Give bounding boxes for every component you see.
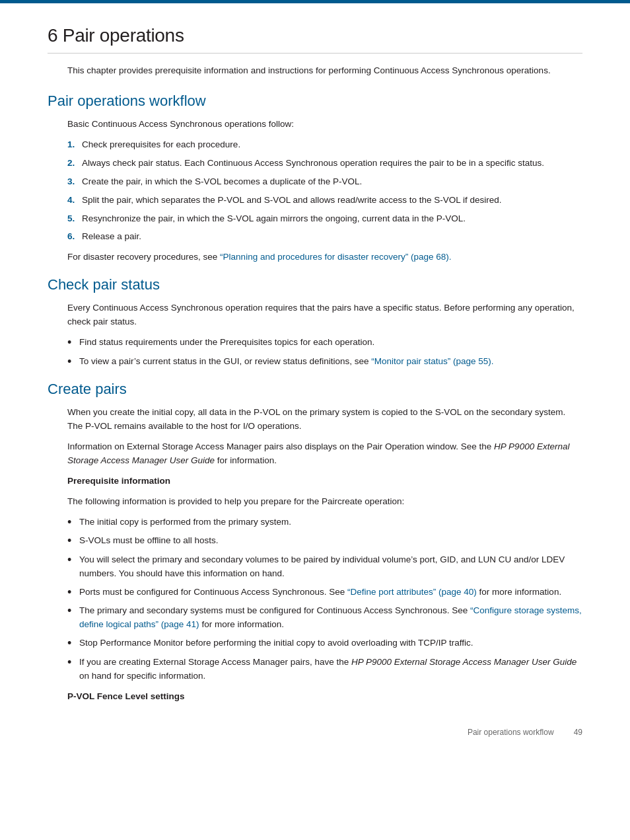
section-title-create: Create pairs xyxy=(48,381,582,398)
prereq-bullet-7-text: If you are creating External Storage Acc… xyxy=(79,656,582,683)
workflow-item-6: 6. Release a pair. xyxy=(67,230,582,244)
section-title-workflow: Pair operations workflow xyxy=(48,93,582,110)
section-body-workflow: Basic Continuous Access Synchronous oper… xyxy=(67,118,582,264)
workflow-item-1-text: Check prerequisites for each procedure. xyxy=(82,138,582,152)
prereq-bullet-6-text: Stop Performance Monitor before performi… xyxy=(79,636,582,651)
prereq-bullet-5-after: for more information. xyxy=(199,619,284,629)
prereq-bullet-icon-1: • xyxy=(67,515,79,530)
footer: Pair operations workflow 49 xyxy=(48,728,582,737)
check-bullet-2-pre: To view a pair’s current status in the G… xyxy=(79,356,371,366)
section-body-create: When you create the initial copy, all da… xyxy=(67,406,582,703)
bullet-icon-2: • xyxy=(67,355,79,369)
define-port-link[interactable]: “Define port attributes” (page 40) xyxy=(347,587,477,597)
workflow-item-1: 1. Check prerequisites for each procedur… xyxy=(67,138,582,152)
prereq-bullet-1: • The initial copy is performed from the… xyxy=(67,515,582,530)
workflow-item-2-num: 2. xyxy=(67,157,82,171)
workflow-item-2-text: Always check pair status. Each Continuou… xyxy=(82,157,582,171)
check-bullet-2-text: To view a pair’s current status in the G… xyxy=(79,355,582,369)
workflow-intro: Basic Continuous Access Synchronous oper… xyxy=(67,118,582,132)
workflow-item-4: 4. Split the pair, which separates the P… xyxy=(67,194,582,208)
prereq-bullet-icon-2: • xyxy=(67,534,79,549)
section-body-check: Every Continuous Access Synchronous oper… xyxy=(67,301,582,369)
prereq-bullet-3-text: You will select the primary and secondar… xyxy=(79,553,582,581)
prereq-bullet-4-pre: Ports must be configured for Continuous … xyxy=(79,587,347,597)
workflow-ordered-list: 1. Check prerequisites for each procedur… xyxy=(67,138,582,245)
prereq-bullet-list: • The initial copy is performed from the… xyxy=(67,515,582,683)
prereq-bullet-icon-6: • xyxy=(67,636,79,651)
prereq-bullet-3: • You will select the primary and second… xyxy=(67,553,582,581)
check-bullet-1: • Find status requirements under the Pre… xyxy=(67,336,582,350)
workflow-footer: For disaster recovery procedures, see “P… xyxy=(67,250,582,264)
workflow-item-5: 5. Resynchronize the pair, in which the … xyxy=(67,212,582,226)
section-create-pairs: Create pairs When you create the initial… xyxy=(48,381,582,703)
bullet-icon-1: • xyxy=(67,336,79,350)
workflow-item-5-num: 5. xyxy=(67,212,82,226)
prereq-bullet-4-after: for more information. xyxy=(477,587,561,597)
page: 6 Pair operations This chapter provides … xyxy=(0,0,630,755)
workflow-item-6-text: Release a pair. xyxy=(82,230,582,244)
prereq-bullet-4: • Ports must be configured for Continuou… xyxy=(67,586,582,600)
prereq-bullet-1-text: The initial copy is performed from the p… xyxy=(79,515,582,530)
workflow-item-5-text: Resynchronize the pair, in which the S-V… xyxy=(82,212,582,226)
check-intro: Every Continuous Access Synchronous oper… xyxy=(67,301,582,329)
check-bullet-list: • Find status requirements under the Pre… xyxy=(67,336,582,369)
prereq-bullet-icon-5: • xyxy=(67,604,79,632)
check-bullet-1-text: Find status requirements under the Prere… xyxy=(79,336,582,350)
prereq-bullet-icon-7: • xyxy=(67,656,79,683)
prereq-subheading: Prerequisite information xyxy=(67,475,582,488)
workflow-item-4-text: Split the pair, which separates the P-VO… xyxy=(82,194,582,208)
create-para-1: When you create the initial copy, all da… xyxy=(67,406,582,434)
prereq-bullet-6: • Stop Performance Monitor before perfor… xyxy=(67,636,582,651)
workflow-item-3: 3. Create the pair, in which the S-VOL b… xyxy=(67,175,582,189)
top-border xyxy=(0,0,630,3)
section-pair-operations-workflow: Pair operations workflow Basic Continuou… xyxy=(48,93,582,264)
workflow-item-3-text: Create the pair, in which the S-VOL beco… xyxy=(82,175,582,189)
chapter-intro: This chapter provides prerequisite infor… xyxy=(67,64,582,78)
check-bullet-2: • To view a pair’s current status in the… xyxy=(67,355,582,369)
prereq-bullet-5-text: The primary and secondary systems must b… xyxy=(79,604,582,632)
workflow-item-1-num: 1. xyxy=(67,138,82,152)
workflow-item-6-num: 6. xyxy=(67,230,82,244)
prereq-bullet-5: • The primary and secondary systems must… xyxy=(67,604,582,632)
workflow-item-3-num: 3. xyxy=(67,175,82,189)
prereq-bullet-4-text: Ports must be configured for Continuous … xyxy=(79,586,582,600)
prereq-bullet-icon-4: • xyxy=(67,586,79,600)
monitor-pair-status-link[interactable]: “Monitor pair status” (page 55). xyxy=(371,356,493,366)
disaster-recovery-link[interactable]: “Planning and procedures for disaster re… xyxy=(220,252,451,262)
prereq-bullet-7: • If you are creating External Storage A… xyxy=(67,656,582,683)
prereq-bullet-icon-3: • xyxy=(67,553,79,581)
footer-page-number: 49 xyxy=(574,728,582,737)
workflow-item-4-num: 4. xyxy=(67,194,82,208)
prereq-bullet-5-pre: The primary and secondary systems must b… xyxy=(79,605,470,615)
italic-guide-2: HP P9000 External Storage Access Manager… xyxy=(351,657,577,667)
italic-guide-1: HP P9000 External Storage Access Manager… xyxy=(67,441,569,465)
prereq-intro: The following information is provided to… xyxy=(67,495,582,509)
section-title-check: Check pair status xyxy=(48,276,582,293)
pvol-subheading: P-VOL Fence Level settings xyxy=(67,690,582,704)
footer-section-label: Pair operations workflow xyxy=(468,728,554,737)
prereq-bullet-2: • S-VOLs must be offline to all hosts. xyxy=(67,534,582,549)
create-para-2: Information on External Storage Access M… xyxy=(67,440,582,468)
section-check-pair-status: Check pair status Every Continuous Acces… xyxy=(48,276,582,369)
chapter-title: 6 Pair operations xyxy=(48,25,582,54)
workflow-footer-text: For disaster recovery procedures, see xyxy=(67,252,220,262)
prereq-bullet-2-text: S-VOLs must be offline to all hosts. xyxy=(79,534,582,549)
workflow-item-2: 2. Always check pair status. Each Contin… xyxy=(67,157,582,171)
